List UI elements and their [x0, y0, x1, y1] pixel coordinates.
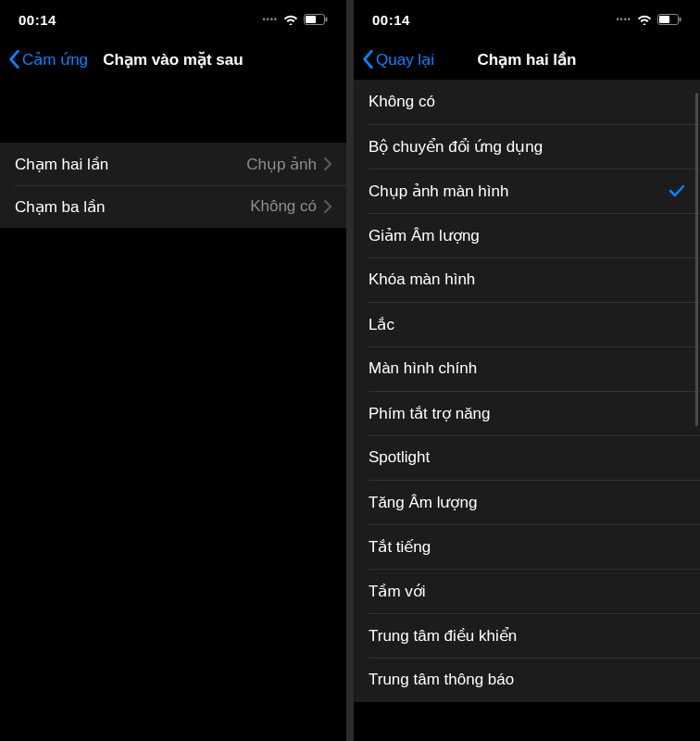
- option-row[interactable]: Bộ chuyển đổi ứng dụng: [354, 124, 700, 169]
- svg-rect-1: [306, 16, 316, 23]
- option-row[interactable]: Màn hình chính: [354, 346, 700, 391]
- option-row[interactable]: Chụp ảnh màn hình: [354, 169, 700, 213]
- cellular-dots-icon: ••••: [616, 15, 631, 24]
- back-button[interactable]: Cảm ứng: [7, 49, 88, 69]
- section-spacer: [0, 80, 346, 111]
- option-row[interactable]: Trung tâm điều khiển: [354, 613, 700, 658]
- cellular-dots-icon: ••••: [262, 15, 278, 24]
- status-right: ••••: [262, 14, 328, 25]
- screen-back-tap: 00:14 •••• Cảm ứng Chạm vào mặt sau Chạm…: [0, 0, 346, 741]
- option-label: Lắc: [369, 315, 685, 334]
- settings-row[interactable]: Chạm ba lầnKhông có: [0, 185, 346, 228]
- option-row[interactable]: Tầm với: [354, 569, 700, 613]
- option-row[interactable]: Phím tắt trợ năng: [354, 391, 700, 435]
- row-label: Chạm ba lần: [15, 197, 250, 217]
- nav-bar: Quay lại Chạm hai lần: [354, 39, 700, 80]
- option-label: Bộ chuyển đổi ứng dụng: [369, 137, 685, 157]
- option-row[interactable]: Giảm Âm lượng: [354, 213, 700, 257]
- chevron-right-icon: [324, 200, 331, 213]
- wifi-icon: [637, 14, 652, 25]
- battery-icon: [304, 14, 328, 25]
- svg-rect-4: [659, 16, 669, 23]
- back-label: Quay lại: [376, 50, 434, 69]
- option-label: Trung tâm thông báo: [369, 671, 685, 689]
- option-label: Phím tắt trợ năng: [369, 404, 685, 423]
- option-label: Giảm Âm lượng: [369, 226, 685, 245]
- back-button[interactable]: Quay lại: [361, 49, 434, 69]
- row-label: Chạm hai lần: [15, 155, 246, 174]
- option-label: Spotlight: [369, 448, 685, 467]
- chevron-right-icon: [324, 157, 331, 170]
- scroll-indicator[interactable]: [695, 93, 698, 426]
- status-bar: 00:14 ••••: [354, 0, 700, 39]
- option-row[interactable]: Tắt tiếng: [354, 524, 700, 569]
- wifi-icon: [283, 14, 298, 25]
- option-row[interactable]: Trung tâm thông báo: [354, 658, 700, 702]
- option-label: Tắt tiếng: [369, 537, 685, 557]
- settings-list: Chạm hai lầnChụp ảnhChạm ba lầnKhông có: [0, 143, 346, 228]
- option-row[interactable]: Lắc: [354, 302, 700, 346]
- chevron-left-icon: [361, 49, 374, 69]
- nav-bar: Cảm ứng Chạm vào mặt sau: [0, 39, 346, 80]
- row-value: Không có: [250, 197, 317, 216]
- status-time: 00:14: [19, 12, 56, 28]
- content: Không cóBộ chuyển đổi ứng dụngChụp ảnh m…: [354, 80, 700, 741]
- screen-double-tap: 00:14 •••• Quay lại Chạm hai lần Không c…: [354, 0, 700, 741]
- option-row[interactable]: Spotlight: [354, 435, 700, 480]
- chevron-left-icon: [7, 49, 20, 69]
- option-list: Không cóBộ chuyển đổi ứng dụngChụp ảnh m…: [354, 80, 700, 702]
- option-label: Không có: [369, 93, 685, 111]
- row-value: Chụp ảnh: [246, 155, 317, 174]
- content: Chạm hai lầnChụp ảnhChạm ba lầnKhông có: [0, 80, 346, 741]
- option-label: Tăng Âm lượng: [369, 493, 685, 512]
- status-bar: 00:14 ••••: [0, 0, 346, 39]
- battery-icon: [657, 14, 681, 25]
- option-row[interactable]: Không có: [354, 80, 700, 124]
- option-row[interactable]: Khóa màn hình: [354, 257, 700, 302]
- status-time: 00:14: [372, 12, 410, 28]
- option-row[interactable]: Tăng Âm lượng: [354, 480, 700, 524]
- status-right: ••••: [616, 14, 681, 25]
- option-label: Trung tâm điều khiển: [369, 626, 685, 646]
- option-label: Chụp ảnh màn hình: [369, 182, 669, 201]
- settings-row[interactable]: Chạm hai lầnChụp ảnh: [0, 143, 346, 185]
- back-label: Cảm ứng: [22, 50, 88, 69]
- svg-rect-2: [326, 18, 328, 22]
- option-label: Màn hình chính: [369, 359, 685, 378]
- checkmark-icon: [669, 183, 685, 198]
- svg-rect-5: [680, 18, 681, 22]
- option-label: Tầm với: [369, 582, 685, 601]
- option-label: Khóa màn hình: [369, 270, 685, 289]
